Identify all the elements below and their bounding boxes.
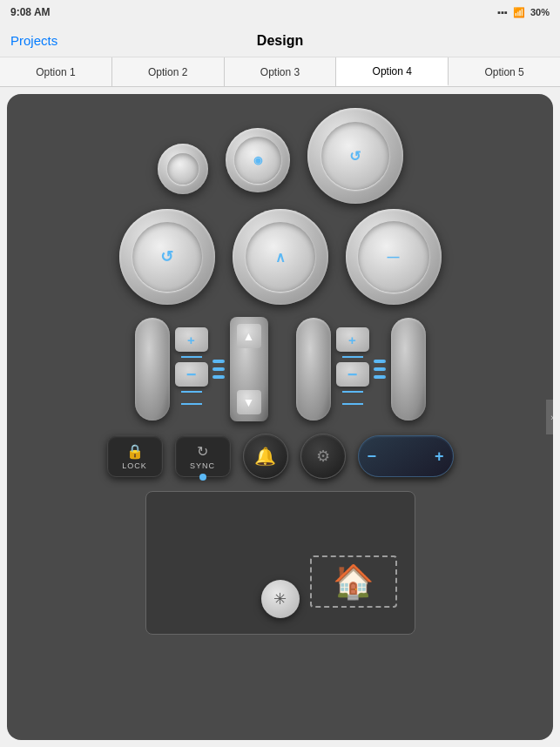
sync-icon: ↻: [197, 443, 208, 460]
bell-button[interactable]: 🔔: [243, 434, 288, 479]
status-right: ▪▪▪ 📶 30%: [497, 7, 550, 18]
dots-col-2: [374, 360, 386, 379]
sync-button[interactable]: ↻ SYNC: [175, 435, 231, 477]
knob-large-2[interactable]: ↺: [119, 209, 215, 305]
top-knob-row: ◉ ↺: [158, 108, 403, 204]
sync-indicator: [199, 474, 206, 481]
stepper-plus-2[interactable]: +: [336, 327, 369, 352]
tab-option5[interactable]: Option 5: [449, 57, 560, 86]
main-content: ◉ ↺ ↺ ∧ —: [7, 94, 553, 740]
slider-pill-3[interactable]: [391, 318, 426, 421]
stepper-dash-2: [175, 388, 208, 395]
down-arrow[interactable]: ▼: [237, 390, 261, 414]
stepper-dash-3: [336, 353, 369, 360]
page-title: Design: [257, 33, 303, 49]
tab-option1[interactable]: Option 1: [0, 57, 112, 86]
oval-plus-icon[interactable]: +: [435, 448, 444, 466]
slider-pill-2[interactable]: [296, 318, 331, 421]
chevron-right-icon: ›: [550, 413, 553, 422]
right-handle[interactable]: ›: [546, 400, 553, 434]
ud-slider[interactable]: ▲ ▼: [230, 317, 268, 421]
battery-label: 30%: [530, 7, 550, 17]
oval-minus-icon[interactable]: −: [368, 448, 377, 466]
sync-label: SYNC: [190, 461, 215, 470]
signal-icon: ▪▪▪: [497, 7, 508, 17]
knob-large-3[interactable]: ∧: [233, 209, 328, 305]
lock-label: LOCK: [122, 461, 147, 470]
bluetooth-button[interactable]: ✳: [261, 580, 300, 618]
home-icon: 🏠: [333, 562, 374, 601]
oval-control[interactable]: − +: [358, 435, 454, 477]
sliders-section: + − ▲ ▼ +: [17, 317, 543, 421]
knob-small-1[interactable]: [158, 144, 208, 194]
stepper-plus-1[interactable]: +: [175, 327, 208, 352]
buttons-row: 🔒 LOCK ↻ SYNC 🔔 ⚙ − +: [17, 434, 543, 479]
lock-button[interactable]: 🔒 LOCK: [107, 435, 163, 477]
stepper-2: + −: [336, 327, 369, 411]
status-bar: 9:08 AM ▪▪▪ 📶 30%: [0, 0, 560, 24]
knob-xlarge-1[interactable]: —: [346, 209, 442, 305]
wifi-icon: 📶: [513, 7, 525, 18]
home-zone: 🏠: [310, 555, 397, 608]
tab-bar: Option 1 Option 2 Option 3 Option 4 Opti…: [0, 57, 560, 87]
bell-icon: 🔔: [254, 446, 276, 467]
slider-pill-1[interactable]: [135, 318, 170, 421]
nav-bar: Projects Design: [0, 24, 560, 57]
stepper-group-1: + −: [175, 327, 225, 411]
status-time: 9:08 AM: [10, 6, 51, 18]
knob-large-1[interactable]: ↺: [307, 108, 403, 204]
dots-col-1: [213, 360, 225, 379]
stepper-minus-2[interactable]: −: [336, 362, 369, 387]
tab-option3[interactable]: Option 3: [225, 57, 337, 86]
bluetooth-icon: ✳: [273, 589, 287, 609]
stepper-dash-4: [336, 388, 369, 395]
stepper-1: + −: [175, 327, 208, 411]
settings-button[interactable]: ⚙: [300, 434, 346, 479]
tab-option4[interactable]: Option 4: [336, 57, 449, 86]
back-button[interactable]: Projects: [10, 33, 57, 48]
middle-knob-row: ↺ ∧ —: [119, 209, 442, 305]
settings-icon: ⚙: [316, 447, 330, 466]
up-arrow[interactable]: ▲: [237, 324, 261, 348]
stepper-minus-1[interactable]: −: [175, 362, 208, 387]
stepper-dash-1: [175, 353, 208, 360]
tab-option2[interactable]: Option 2: [112, 57, 225, 86]
stepper-group-2: + −: [336, 327, 386, 411]
knob-medium-1[interactable]: ◉: [226, 128, 290, 192]
touchpad-area[interactable]: 🏠 ✳: [145, 491, 415, 635]
lock-icon: 🔒: [126, 443, 144, 460]
